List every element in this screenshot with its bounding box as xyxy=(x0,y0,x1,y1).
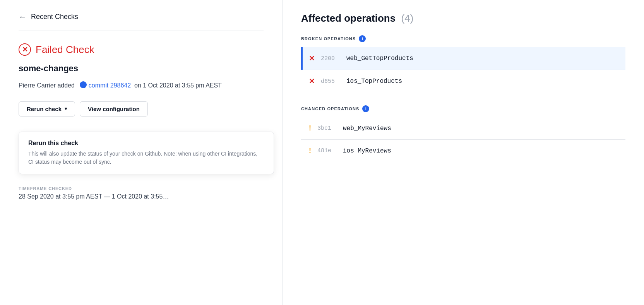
back-arrow-icon: ← xyxy=(19,12,26,21)
back-label: Recent Checks xyxy=(31,13,78,21)
operation-name: ios_MyReviews xyxy=(343,147,391,154)
error-icon: ✕ xyxy=(309,77,315,86)
globe-icon xyxy=(80,81,87,88)
changed-operations-label: CHANGED OPERATIONS xyxy=(301,106,359,111)
commit-info-prefix: Pierre Carrier added xyxy=(19,82,75,89)
operation-id: 2200 xyxy=(321,55,340,62)
operation-name: ios_TopProducts xyxy=(346,78,402,85)
back-navigation[interactable]: ← Recent Checks xyxy=(19,12,264,21)
changed-operations-list: ! 3bc1 web_MyReviews ! 481e ios_MyReview… xyxy=(301,117,625,162)
chevron-down-icon: ▾ xyxy=(65,106,67,111)
changed-operations-section-header: CHANGED OPERATIONS i xyxy=(301,105,625,117)
branch-name: some-changes xyxy=(19,63,264,74)
actions-row: Rerun check ▾ View configuration xyxy=(19,101,264,117)
operation-name: web_GetTopProducts xyxy=(346,55,413,62)
broken-operations-info-icon[interactable]: i xyxy=(359,35,366,42)
operation-id: d655 xyxy=(321,78,340,85)
status-row: ✕ Failed Check xyxy=(19,43,264,56)
broken-operations-label: BROKEN OPERATIONS xyxy=(301,36,356,41)
warning-icon: ! xyxy=(309,124,311,132)
view-configuration-button[interactable]: View configuration xyxy=(80,101,148,117)
failed-check-icon: ✕ xyxy=(19,43,31,56)
error-icon: ✕ xyxy=(309,54,315,63)
affected-operations-header: Affected operations (4) xyxy=(301,12,625,24)
left-panel: ← Recent Checks ✕ Failed Check some-chan… xyxy=(0,0,283,305)
right-panel: Affected operations (4) BROKEN OPERATION… xyxy=(283,0,644,305)
timeframe-label: TIMEFRAME CHECKED xyxy=(19,186,264,191)
affected-operations-title: Affected operations xyxy=(301,12,396,24)
warning-icon: ! xyxy=(309,147,311,155)
rerun-check-label: Rerun check xyxy=(27,106,62,112)
changed-operation-row[interactable]: ! 481e ios_MyReviews xyxy=(301,139,625,162)
view-configuration-label: View configuration xyxy=(88,106,140,112)
operation-name: web_MyReviews xyxy=(343,125,391,132)
timeframe-value: 28 Sep 2020 at 3:55 pm AEST — 1 Oct 2020… xyxy=(19,193,264,200)
timeframe-section: TIMEFRAME CHECKED 28 Sep 2020 at 3:55 pm… xyxy=(19,186,264,200)
operation-id: 481e xyxy=(317,147,337,154)
broken-operations-list: ✕ 2200 web_GetTopProducts ✕ d655 ios_Top… xyxy=(301,47,625,93)
changed-operations-info-icon[interactable]: i xyxy=(362,105,369,112)
dropdown-description: This will also update the status of your… xyxy=(28,150,264,166)
header-divider xyxy=(19,31,264,31)
broken-operations-section-header: BROKEN OPERATIONS i xyxy=(301,35,625,47)
changed-operation-row[interactable]: ! 3bc1 web_MyReviews xyxy=(301,117,625,139)
rerun-check-button[interactable]: Rerun check ▾ xyxy=(19,101,75,117)
commit-info-suffix: on 1 Oct 2020 at 3:55 pm AEST xyxy=(134,82,222,89)
broken-operation-row[interactable]: ✕ 2200 web_GetTopProducts xyxy=(301,47,625,70)
commit-link[interactable]: commit 298642 xyxy=(89,81,131,91)
rerun-dropdown-menu: Rerun this check This will also update t… xyxy=(19,132,274,174)
operation-id: 3bc1 xyxy=(317,125,337,132)
commit-link-text: commit 298642 xyxy=(89,81,131,91)
broken-operation-row[interactable]: ✕ d655 ios_TopProducts xyxy=(301,70,625,93)
failed-check-label: Failed Check xyxy=(36,44,94,56)
affected-operations-count: (4) xyxy=(401,12,414,24)
dropdown-title: Rerun this check xyxy=(28,140,264,147)
commit-info: Pierre Carrier added commit 298642 on 1 … xyxy=(19,81,264,91)
section-divider xyxy=(301,99,625,99)
